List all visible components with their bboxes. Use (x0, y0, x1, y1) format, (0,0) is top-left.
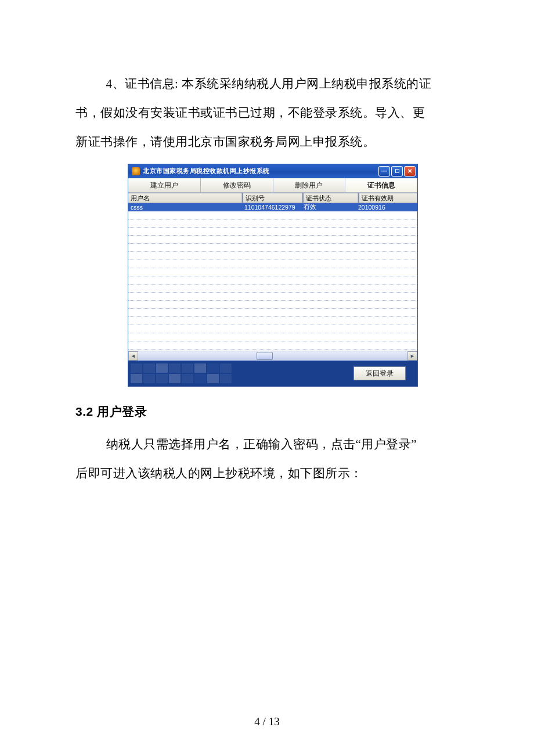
grid-empty-line (128, 268, 417, 276)
minimize-icon: — (381, 168, 387, 174)
grid-empty-line (128, 228, 417, 236)
grid-empty-line (128, 276, 417, 285)
decorative-squares (131, 363, 232, 383)
maximize-button[interactable] (391, 166, 403, 177)
tab-change-password[interactable]: 修改密码 (201, 178, 273, 193)
scroll-track[interactable] (138, 351, 407, 361)
grid-empty-line (128, 317, 417, 325)
grid-empty-line (128, 301, 417, 309)
paragraph-cert-info-line2: 书，假如没有安装证书或证书已过期，不能登录系统。导入、更 (75, 99, 470, 128)
app-icon (132, 167, 140, 175)
grid-empty-line (128, 333, 417, 341)
column-header-id[interactable]: 识别号 (243, 193, 302, 203)
cell-id: 110104746122979 (242, 203, 301, 211)
grid-empty-line (128, 252, 417, 260)
horizontal-scrollbar[interactable]: ◄ ► (128, 351, 417, 361)
scroll-left-button[interactable]: ◄ (128, 351, 138, 361)
grid-empty-line (128, 260, 417, 268)
grid-body[interactable]: csss 110104746122979 有效 20100916 (128, 203, 417, 351)
column-header-username[interactable]: 用户名 (128, 193, 242, 203)
grid-empty-line (128, 325, 417, 333)
column-header-expiry[interactable]: 证书有效期 (359, 193, 417, 203)
window-title: 北京市国家税务局税控收款机网上抄报系统 (143, 167, 270, 175)
grid-empty-line (128, 341, 417, 350)
grid-empty-line (128, 309, 417, 317)
paragraph-login-line1: 纳税人只需选择用户名，正确输入密码，点击“用户登录” (75, 430, 470, 459)
tab-bar: 建立用户 修改密码 删除用户 证书信息 (128, 178, 417, 193)
title-bar[interactable]: 北京市国家税务局税控收款机网上抄报系统 — ✕ (128, 164, 417, 178)
grid-empty-line (128, 285, 417, 293)
cell-status: 有效 (301, 203, 356, 211)
grid-empty-line (128, 244, 417, 252)
grid-empty-line (128, 293, 417, 301)
bottom-strip: 返回登录 (128, 361, 417, 386)
scroll-thumb[interactable] (257, 352, 273, 360)
embedded-screenshot: 北京市国家税务局税控收款机网上抄报系统 — ✕ 建立用户 修改密码 (75, 164, 470, 386)
grid-empty-line (128, 211, 417, 219)
grid-header: 用户名 识别号 证书状态 证书有效期 (128, 193, 417, 203)
grid-empty-line (128, 236, 417, 244)
tab-delete-user[interactable]: 删除用户 (273, 178, 346, 193)
close-button[interactable]: ✕ (404, 166, 416, 177)
paragraph-cert-info-line1: 4、证书信息: 本系统采纳纳税人用户网上纳税申报系统的证 (75, 70, 470, 99)
cell-username: csss (128, 203, 242, 211)
grid-empty-line (128, 219, 417, 228)
page-number: 4 / 13 (0, 715, 534, 728)
maximize-icon (395, 169, 399, 173)
table-row[interactable]: csss 110104746122979 有效 20100916 (128, 203, 417, 211)
back-to-login-button[interactable]: 返回登录 (353, 366, 406, 380)
heading-3-2: 3.2 用户登录 (75, 404, 470, 420)
cell-expiry: 20100916 (356, 203, 417, 211)
minimize-button[interactable]: — (378, 166, 390, 177)
app-window: 北京市国家税务局税控收款机网上抄报系统 — ✕ 建立用户 修改密码 (128, 164, 417, 386)
scroll-right-button[interactable]: ► (407, 351, 417, 361)
column-header-status[interactable]: 证书状态 (304, 193, 358, 203)
paragraph-login-line2: 后即可进入该纳税人的网上抄税环境，如下图所示： (75, 459, 470, 488)
tab-cert-info[interactable]: 证书信息 (345, 178, 417, 193)
tab-create-user[interactable]: 建立用户 (128, 178, 201, 193)
close-icon: ✕ (407, 168, 412, 174)
paragraph-cert-info-line3: 新证书操作，请使用北京市国家税务局网上申报系统。 (75, 128, 470, 157)
